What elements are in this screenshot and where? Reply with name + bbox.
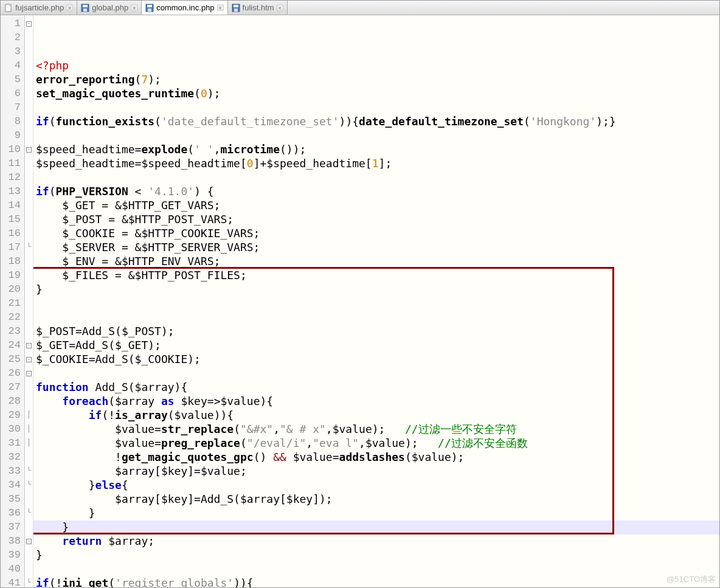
tab-common-inc-php[interactable]: common.inc.php× (142, 1, 227, 15)
line-number: 28 (1, 394, 21, 408)
line-number: 8 (1, 114, 21, 128)
code-content: <?php error_reporting(7); set_magic_quot… (36, 58, 719, 587)
fold-marker[interactable]: └ (25, 240, 33, 254)
fold-marker[interactable] (25, 170, 33, 184)
line-number: 19 (1, 268, 21, 282)
line-number: 7 (1, 100, 21, 114)
line-number: 3 (1, 44, 21, 58)
line-number: 27 (1, 380, 21, 394)
line-number: 36 (1, 506, 21, 520)
svg-rect-9 (234, 9, 238, 12)
fold-marker[interactable] (25, 226, 33, 240)
fold-marker[interactable] (25, 310, 33, 324)
line-number: 14 (1, 198, 21, 212)
line-number: 12 (1, 170, 21, 184)
close-icon[interactable]: × (277, 4, 283, 11)
fold-marker[interactable] (25, 184, 33, 198)
line-number: 20 (1, 282, 21, 296)
svg-rect-5 (147, 5, 152, 7)
svg-rect-2 (83, 5, 88, 7)
line-number: 33 (1, 464, 21, 478)
line-number: 6 (1, 86, 21, 100)
fold-marker[interactable] (25, 548, 33, 562)
line-number: 18 (1, 254, 21, 268)
tab-label: global.php (92, 3, 128, 12)
fold-marker[interactable] (25, 58, 33, 72)
fold-marker[interactable]: - (25, 534, 33, 548)
line-number: 38 (1, 534, 21, 548)
line-number: 10 (1, 142, 21, 156)
line-number: 39 (1, 548, 21, 562)
fold-marker[interactable] (25, 450, 33, 464)
fold-marker[interactable] (25, 128, 33, 142)
fold-marker[interactable]: └ (25, 464, 33, 478)
line-number: 35 (1, 492, 21, 506)
line-number: 31 (1, 436, 21, 450)
fold-marker[interactable]: └ (25, 576, 33, 587)
line-number: 2 (1, 30, 21, 44)
fold-marker[interactable] (25, 380, 33, 394)
fold-marker[interactable] (25, 198, 33, 212)
line-number: 22 (1, 310, 21, 324)
fold-marker[interactable] (25, 156, 33, 170)
fold-marker[interactable]: - (25, 366, 33, 380)
fold-marker[interactable] (25, 72, 33, 86)
fold-marker[interactable]: - (25, 352, 33, 366)
line-number: 25 (1, 352, 21, 366)
fold-marker[interactable] (25, 268, 33, 282)
line-number: 17 (1, 240, 21, 254)
line-number: 34 (1, 478, 21, 492)
file-icon (4, 4, 13, 12)
fold-marker[interactable]: └ (25, 506, 33, 520)
line-number: 21 (1, 296, 21, 310)
tab-label: fulist.htm (243, 3, 274, 12)
fold-marker[interactable] (25, 44, 33, 58)
svg-rect-6 (148, 9, 151, 12)
fold-marker[interactable]: - (25, 142, 33, 156)
tab-fujsarticle-php[interactable]: fujsarticle.php× (1, 1, 77, 15)
fold-marker[interactable]: │ (25, 408, 33, 422)
tab-fulist-htm[interactable]: fulist.htm× (228, 1, 288, 15)
fold-marker[interactable] (25, 520, 33, 534)
code-area[interactable]: <?php error_reporting(7); set_magic_quot… (33, 15, 719, 587)
fold-marker[interactable]: - (25, 16, 33, 30)
close-icon[interactable]: × (131, 4, 137, 11)
line-number: 11 (1, 156, 21, 170)
fold-marker[interactable] (25, 562, 33, 576)
line-number: 16 (1, 226, 21, 240)
tab-label: common.inc.php (156, 3, 214, 12)
fold-marker[interactable] (25, 324, 33, 338)
fold-marker[interactable] (25, 492, 33, 506)
line-number: 1 (1, 16, 21, 30)
fold-marker[interactable]: │ (25, 422, 33, 436)
fold-marker[interactable] (25, 86, 33, 100)
line-number: 40 (1, 562, 21, 576)
line-number: 41 (1, 576, 21, 587)
tab-label: fujsarticle.php (15, 3, 64, 12)
fold-marker[interactable] (25, 100, 33, 114)
fold-marker[interactable] (25, 394, 33, 408)
fold-marker[interactable] (25, 254, 33, 268)
fold-marker[interactable] (25, 30, 33, 44)
line-number-gutter: 1234567891011121314151617181920212223242… (1, 15, 25, 587)
fold-marker[interactable]: │ (25, 436, 33, 450)
fold-marker[interactable] (25, 114, 33, 128)
save-icon (232, 4, 240, 12)
fold-marker[interactable]: └ (25, 478, 33, 492)
line-number: 37 (1, 520, 21, 534)
line-number: 29 (1, 408, 21, 422)
fold-marker[interactable] (25, 212, 33, 226)
line-number: 13 (1, 184, 21, 198)
fold-marker[interactable]: - (25, 338, 33, 352)
tab-global-php[interactable]: global.php× (77, 1, 142, 15)
close-icon[interactable]: × (66, 4, 73, 11)
line-number: 9 (1, 128, 21, 142)
line-number: 5 (1, 72, 21, 86)
line-number: 24 (1, 338, 21, 352)
fold-marker[interactable] (25, 282, 33, 296)
line-number: 32 (1, 450, 21, 464)
fold-marker[interactable] (25, 296, 33, 310)
workspace: 1234567891011121314151617181920212223242… (1, 15, 719, 587)
close-icon[interactable]: × (217, 4, 224, 11)
line-number: 23 (1, 324, 21, 338)
